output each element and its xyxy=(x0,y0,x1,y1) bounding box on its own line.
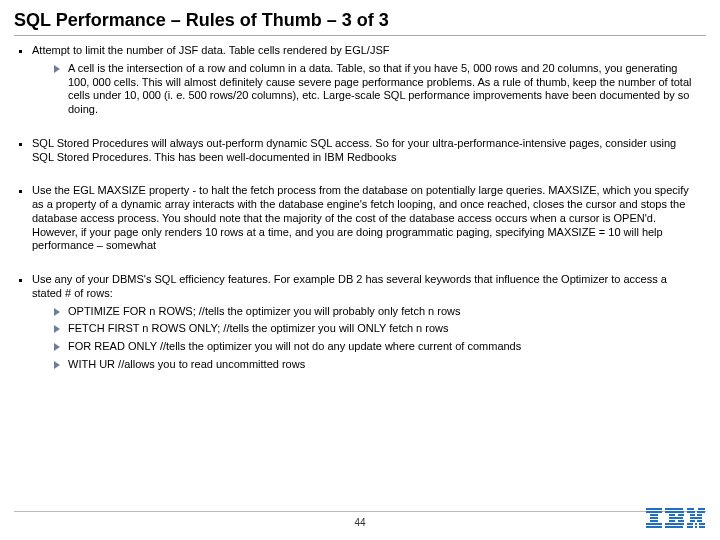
svg-rect-6 xyxy=(646,526,662,528)
svg-rect-5 xyxy=(646,523,662,525)
bullet-text: Use any of your DBMS's SQL efficiency fe… xyxy=(32,273,667,299)
bullet-text: Attempt to limit the number of JSF data.… xyxy=(32,44,389,56)
sub-item: A cell is the intersection of a row and … xyxy=(54,62,696,117)
bullet-text: SQL Stored Procedures will always out-pe… xyxy=(32,137,676,163)
svg-rect-18 xyxy=(687,511,695,513)
svg-rect-7 xyxy=(665,508,683,510)
svg-rect-14 xyxy=(665,523,684,525)
svg-rect-12 xyxy=(669,520,675,522)
sub-list: OPTIMIZE FOR n ROWS; //tells the optimiz… xyxy=(32,305,696,372)
list-item: SQL Stored Procedures will always out-pe… xyxy=(32,137,696,165)
sub-list: A cell is the intersection of a row and … xyxy=(32,62,696,117)
page-number: 44 xyxy=(0,517,720,528)
svg-rect-22 xyxy=(690,517,702,519)
bullet-list: Attempt to limit the number of JSF data.… xyxy=(14,44,696,372)
svg-rect-4 xyxy=(650,520,658,522)
svg-rect-29 xyxy=(695,523,697,525)
svg-rect-2 xyxy=(650,514,658,516)
svg-rect-8 xyxy=(665,511,684,513)
ibm-logo xyxy=(646,508,706,534)
sub-item: OPTIMIZE FOR n ROWS; //tells the optimiz… xyxy=(54,305,696,319)
svg-rect-0 xyxy=(646,508,662,510)
list-item: Use the EGL MAXSIZE property - to halt t… xyxy=(32,184,696,253)
bullet-text: Use the EGL MAXSIZE property - to halt t… xyxy=(32,184,689,251)
sub-item: FOR READ ONLY //tells the optimizer you … xyxy=(54,340,696,354)
svg-rect-21 xyxy=(697,514,702,516)
svg-rect-24 xyxy=(697,520,702,522)
svg-rect-11 xyxy=(669,517,683,519)
svg-rect-23 xyxy=(690,520,695,522)
svg-rect-15 xyxy=(665,526,683,528)
footer-divider xyxy=(14,511,706,512)
svg-rect-20 xyxy=(690,514,695,516)
list-item: Attempt to limit the number of JSF data.… xyxy=(32,44,696,117)
list-item: Use any of your DBMS's SQL efficiency fe… xyxy=(32,273,696,372)
sub-item: FETCH FIRST n ROWS ONLY; //tells the opt… xyxy=(54,322,696,336)
svg-rect-1 xyxy=(646,511,662,513)
svg-rect-30 xyxy=(695,526,697,528)
svg-rect-27 xyxy=(687,526,693,528)
title-underline xyxy=(14,35,706,36)
svg-rect-10 xyxy=(678,514,684,516)
sub-item: WITH UR //allows you to read uncommitted… xyxy=(54,358,696,372)
svg-rect-28 xyxy=(699,526,705,528)
svg-rect-16 xyxy=(687,508,694,510)
svg-rect-26 xyxy=(699,523,705,525)
svg-rect-25 xyxy=(687,523,693,525)
svg-rect-17 xyxy=(698,508,705,510)
content-area: Attempt to limit the number of JSF data.… xyxy=(0,44,720,372)
svg-rect-19 xyxy=(697,511,705,513)
svg-rect-9 xyxy=(669,514,675,516)
svg-rect-13 xyxy=(678,520,684,522)
page-title: SQL Performance – Rules of Thumb – 3 of … xyxy=(0,0,720,35)
svg-rect-3 xyxy=(650,517,658,519)
